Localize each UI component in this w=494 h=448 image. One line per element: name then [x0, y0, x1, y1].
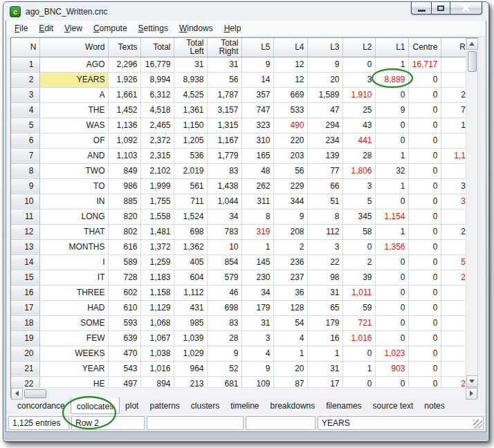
value-cell[interactable]: 50: [441, 254, 466, 270]
vertical-scrollbar-thumb[interactable]: [468, 51, 477, 72]
value-cell[interactable]: 51: [307, 194, 342, 209]
menu-help[interactable]: Help: [219, 21, 247, 35]
value-cell[interactable]: 83: [207, 315, 241, 330]
value-cell[interactable]: 10: [207, 239, 241, 254]
value-cell[interactable]: 0: [375, 194, 408, 209]
word-cell[interactable]: A: [39, 87, 108, 102]
tab-concordance[interactable]: concordance: [12, 398, 71, 414]
menu-view[interactable]: View: [59, 21, 88, 35]
row-number[interactable]: 1: [11, 57, 39, 72]
value-cell[interactable]: 698: [174, 224, 207, 239]
value-cell[interactable]: 986: [108, 178, 140, 194]
value-cell[interactable]: 4,525: [174, 87, 207, 102]
tab-patterns[interactable]: patterns: [144, 398, 185, 414]
value-cell[interactable]: 0: [408, 209, 441, 224]
value-cell[interactable]: 1,158: [140, 285, 174, 300]
value-cell[interactable]: 0: [408, 72, 441, 87]
value-cell[interactable]: 3: [342, 178, 375, 194]
value-cell[interactable]: [441, 330, 466, 346]
value-cell[interactable]: 1,17: [441, 148, 466, 163]
value-cell[interactable]: 0: [375, 285, 408, 300]
value-cell[interactable]: 262: [241, 178, 273, 194]
value-cell[interactable]: 1,092: [108, 133, 140, 148]
value-cell[interactable]: 536: [174, 148, 207, 163]
row-number[interactable]: 16: [11, 285, 39, 300]
word-cell[interactable]: HE: [39, 376, 108, 387]
word-cell[interactable]: IN: [39, 194, 108, 209]
value-cell[interactable]: 109: [241, 376, 273, 387]
value-cell[interactable]: 1,150: [174, 118, 207, 133]
value-cell[interactable]: 497: [108, 376, 140, 387]
value-cell[interactable]: 9: [375, 102, 408, 118]
value-cell[interactable]: 0: [408, 346, 441, 361]
value-cell[interactable]: 1: [241, 239, 273, 254]
word-cell[interactable]: YEAR: [39, 361, 108, 376]
value-cell[interactable]: 4,518: [140, 102, 174, 118]
value-cell[interactable]: 5: [342, 194, 375, 209]
value-cell[interactable]: 28: [342, 148, 375, 163]
value-cell[interactable]: 1,167: [207, 133, 241, 148]
value-cell[interactable]: 0: [375, 270, 408, 285]
menu-windows[interactable]: Windows: [174, 21, 219, 35]
value-cell[interactable]: 0: [408, 102, 441, 118]
value-cell[interactable]: 0: [375, 376, 408, 387]
tab-clusters[interactable]: clusters: [185, 398, 225, 414]
value-cell[interactable]: 34: [241, 285, 273, 300]
scroll-left-button[interactable]: [11, 388, 23, 400]
value-cell[interactable]: 0: [408, 118, 441, 133]
value-cell[interactable]: 4: [241, 346, 273, 361]
menu-settings[interactable]: Settings: [133, 21, 174, 35]
value-cell[interactable]: 3: [307, 239, 342, 254]
value-cell[interactable]: 1,999: [140, 178, 174, 194]
value-cell[interactable]: 179: [307, 315, 342, 330]
column-header-r1[interactable]: R1: [441, 38, 466, 57]
value-cell[interactable]: 0: [342, 346, 375, 361]
value-cell[interactable]: 533: [273, 102, 307, 118]
value-cell[interactable]: 139: [307, 148, 342, 163]
value-cell[interactable]: 0: [408, 300, 441, 315]
value-cell[interactable]: 1,044: [207, 194, 241, 209]
column-header-texts[interactable]: Texts: [108, 38, 140, 57]
row-number[interactable]: 17: [11, 300, 39, 315]
value-cell[interactable]: 2,315: [140, 148, 174, 163]
value-cell[interactable]: 47: [307, 102, 342, 118]
value-cell[interactable]: 1,806: [342, 163, 375, 178]
value-cell[interactable]: 16: [307, 330, 342, 346]
value-cell[interactable]: 234: [307, 133, 342, 148]
value-cell[interactable]: 20: [273, 361, 307, 376]
value-cell[interactable]: 0: [408, 163, 441, 178]
word-cell[interactable]: THAT: [39, 224, 108, 239]
scroll-up-button[interactable]: [466, 38, 478, 50]
value-cell[interactable]: 319: [241, 224, 273, 239]
word-cell[interactable]: THE: [39, 102, 108, 118]
value-cell[interactable]: 894: [140, 376, 174, 387]
value-cell[interactable]: 24: [441, 87, 466, 102]
value-cell[interactable]: 6,312: [140, 87, 174, 102]
value-cell[interactable]: 52: [207, 361, 241, 376]
value-cell[interactable]: 820: [108, 209, 140, 224]
value-cell[interactable]: [441, 285, 466, 300]
value-cell[interactable]: 1,558: [140, 209, 174, 224]
word-cell[interactable]: TWO: [39, 163, 108, 178]
row-number[interactable]: 20: [11, 346, 39, 361]
tab-notes[interactable]: notes: [419, 398, 450, 414]
value-cell[interactable]: 56: [273, 163, 307, 178]
value-cell[interactable]: 2: [273, 239, 307, 254]
value-cell[interactable]: 1,372: [140, 239, 174, 254]
word-cell[interactable]: HAD: [39, 300, 108, 315]
column-header-l4[interactable]: L4: [273, 38, 307, 57]
value-cell[interactable]: 431: [174, 300, 207, 315]
column-header-l5[interactable]: L5: [241, 38, 273, 57]
menu-file[interactable]: File: [9, 21, 33, 35]
value-cell[interactable]: 19: [441, 118, 466, 133]
row-number[interactable]: 3: [11, 87, 39, 102]
word-cell[interactable]: MONTHS: [39, 239, 108, 254]
value-cell[interactable]: 1,016: [140, 361, 174, 376]
value-cell[interactable]: 58: [342, 224, 375, 239]
minimize-button[interactable]: [411, 1, 431, 15]
word-cell[interactable]: AGO: [39, 57, 108, 72]
value-cell[interactable]: 711: [174, 194, 207, 209]
value-cell[interactable]: 1: [375, 148, 408, 163]
tab-collocates[interactable]: collocates: [71, 398, 120, 414]
value-cell[interactable]: 985: [174, 315, 207, 330]
